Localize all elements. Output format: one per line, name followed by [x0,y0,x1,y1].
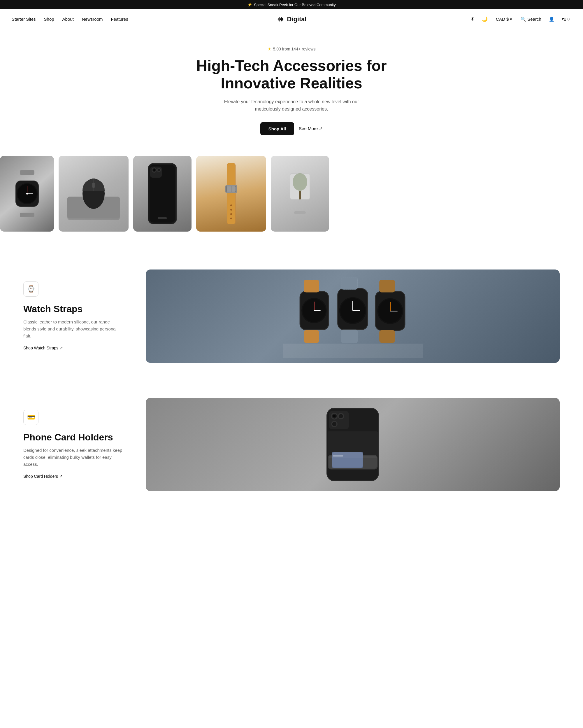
watch-icon: ⌚ [27,285,35,293]
watch-straps-icon-box: ⌚ [23,282,38,296]
search-label: Search [527,17,541,22]
svg-point-70 [333,415,336,417]
svg-rect-58 [379,280,395,292]
hero-actions: Shop All See More ↗ [6,122,577,135]
svg-point-28 [230,213,232,215]
phone-card-holders-section: 💳 Phone Card Holders Designed for conven… [0,380,583,509]
nav-shop[interactable]: Shop [44,17,54,22]
svg-point-72 [339,414,343,418]
logo-text: Digital [287,16,306,23]
svg-rect-50 [341,330,358,343]
header: Starter Sites Shop About Newsroom Featur… [0,9,583,29]
hero-headline: High-Tech Accessories for Innovative Rea… [190,57,393,92]
watch-straps-image [146,269,560,363]
watch-straps-bg [146,269,560,363]
announcement-text: Special Sneak Peek for Our Beloved Commu… [254,3,335,7]
main-nav: Starter Sites Shop About Newsroom Featur… [12,17,292,22]
search-button[interactable]: 🔍 Search [519,16,543,23]
see-more-link[interactable]: See More ↗ [299,126,323,131]
gallery-item-leather-strap[interactable] [196,156,266,232]
product-gallery [0,156,583,232]
currency-selector[interactable]: CAD $ ▾ [493,15,515,23]
lightning-icon: ⚡ [247,2,252,7]
watch-straps-info: ⌚ Watch Straps Classic leather to modern… [23,282,122,350]
cart-icon: 🛍 [562,17,566,22]
phone-holders-bg [146,398,560,491]
star-icon: ★ [268,47,271,51]
cart-button[interactable]: 🛍 0 [560,16,571,23]
svg-point-20 [153,169,155,171]
cart-count: 0 [567,17,570,21]
rating-text: 5.00 from 144+ reviews [273,47,316,51]
shop-all-button[interactable]: Shop All [260,122,294,135]
svg-rect-25 [227,163,235,224]
gallery-item-watch[interactable] [0,156,54,232]
nav-starter-sites[interactable]: Starter Sites [12,17,36,22]
svg-rect-41 [304,280,319,292]
svg-rect-49 [341,277,358,289]
svg-rect-1 [20,213,34,217]
gallery-item-phone-case[interactable] [133,156,192,232]
svg-point-27 [230,209,232,211]
nav-newsroom[interactable]: Newsroom [82,17,103,22]
logo-icon [276,15,284,23]
search-icon: 🔍 [521,17,526,22]
svg-point-22 [158,168,160,171]
svg-rect-13 [92,183,95,188]
phone-card-holders-image [146,398,560,491]
svg-point-29 [230,217,232,219]
site-logo[interactable]: Digital [276,15,306,23]
hero-rating: ★ 5.00 from 144+ reviews [6,47,577,51]
svg-rect-59 [379,330,395,343]
gallery-item-stand[interactable] [271,156,329,232]
hero-subtitle: Elevate your technology experience to a … [222,98,361,113]
currency-chevron-icon: ▾ [510,17,512,22]
phone-card-holders-description: Designed for convenience, sleek attachme… [23,447,122,468]
phone-card-holders-link[interactable]: Shop Card Holders ↗ [23,474,63,478]
currency-label: CAD $ [496,17,509,22]
announcement-bar: ⚡ Special Sneak Peek for Our Beloved Com… [0,0,583,9]
nav-about[interactable]: About [62,17,74,22]
phone-card-holders-title: Phone Card Holders [23,432,122,443]
svg-rect-0 [20,170,34,175]
svg-rect-38 [294,211,306,214]
svg-rect-23 [158,217,167,219]
header-actions: ☀ 🌙 CAD $ ▾ 🔍 Search 👤 🛍 0 [292,15,571,24]
svg-rect-42 [304,330,319,343]
watch-straps-description: Classic leather to modern silicone, our … [23,318,122,339]
svg-rect-80 [328,432,378,458]
svg-point-8 [26,193,28,194]
phone-card-holders-icon-box: 💳 [23,410,38,425]
svg-rect-37 [299,191,301,200]
hero-section: ★ 5.00 from 144+ reviews High-Tech Acces… [0,29,583,147]
gallery-item-mouse[interactable] [59,156,129,232]
dark-mode-button[interactable]: 🌙 [480,15,489,24]
card-icon: 💳 [27,414,35,421]
watch-straps-section: ⌚ Watch Straps Classic leather to modern… [0,252,583,380]
account-button[interactable]: 👤 [547,16,556,23]
headline-line2: Innovative Realities [221,75,362,92]
svg-rect-64 [283,344,423,358]
watch-straps-title: Watch Straps [23,304,122,314]
nav-features[interactable]: Features [111,17,128,22]
svg-point-36 [293,173,307,191]
light-mode-button[interactable]: ☀ [469,15,476,24]
gallery-inner [0,156,583,232]
watch-straps-link[interactable]: Shop Watch Straps ↗ [23,346,63,350]
account-icon: 👤 [549,17,554,22]
phone-card-holders-info: 💳 Phone Card Holders Designed for conven… [23,410,122,479]
headline-line1: High-Tech Accessories for [196,57,387,74]
svg-point-74 [332,422,336,426]
svg-point-26 [230,205,232,206]
